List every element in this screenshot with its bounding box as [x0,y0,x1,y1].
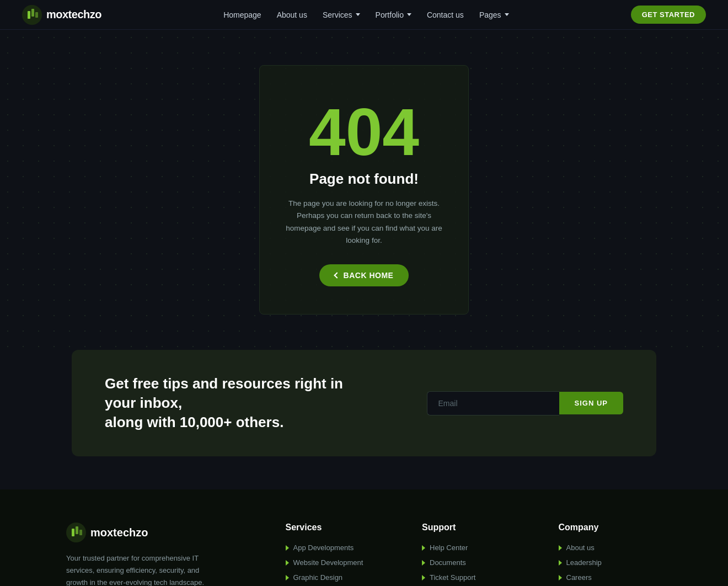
footer-support-heading: Support [422,523,526,532]
footer-company-column: Company About us Leadership [559,523,662,586]
chevron-down-icon [356,13,360,16]
list-item: Graphic Design [286,573,389,582]
footer-services-heading: Services [286,523,389,532]
logo-icon [22,5,42,25]
services-web-dev-link[interactable]: Website Development [286,558,389,567]
back-home-button[interactable]: BACK HOME [319,264,409,286]
newsletter-text: Get free tips and resources right in you… [105,374,370,432]
support-helpcenter-link[interactable]: Help Center [422,544,526,552]
nav-contact[interactable]: Contact us [427,10,464,19]
newsletter-heading: Get free tips and resources right in you… [105,374,370,432]
footer-services-list: App Developments Website Development Gra… [286,544,389,586]
nav-services[interactable]: Services [323,10,360,19]
svg-rect-7 [79,530,82,535]
footer-brand-name: moxtechzo [90,526,148,539]
chevron-right-icon [422,545,425,551]
list-item: Help Center [422,544,526,552]
main-nav: moxtechzo Homepage About us Services Por… [0,0,728,30]
svg-rect-6 [76,526,78,534]
email-input[interactable] [427,391,559,415]
nav-pages[interactable]: Pages [479,10,509,19]
footer-company-heading: Company [559,523,662,532]
error-code: 404 [282,99,446,165]
error-section: 404 Page not found! The page you are loo… [0,30,728,350]
chevron-right-icon [559,560,562,566]
chevron-right-icon [286,575,289,580]
chevron-right-icon [286,560,289,566]
svg-rect-3 [35,12,38,18]
footer-support-list: Help Center Documents Ticket Support [422,544,526,586]
svg-rect-2 [31,9,34,17]
chevron-right-icon [422,560,425,566]
support-documents-link[interactable]: Documents [422,558,526,567]
spacer [0,456,728,489]
company-leadership-link[interactable]: Leadership [559,558,662,567]
chevron-right-icon [559,545,562,551]
nav-about[interactable]: About us [277,10,307,19]
footer-services-column: Services App Developments Website Develo… [286,523,389,586]
support-ticket-link[interactable]: Ticket Support [422,573,526,582]
list-item: Documents [422,558,526,567]
error-card: 404 Page not found! The page you are loo… [259,65,469,315]
brand-logo[interactable]: moxtechzo [22,5,101,25]
chevron-right-icon [286,545,289,551]
footer-tagline: Your trusted partner for comprehensive I… [66,552,215,586]
footer-brand-column: moxtechzo Your trusted partner for compr… [66,523,253,586]
error-description: The page you are looking for no longer e… [282,198,446,247]
services-app-dev-link[interactable]: App Developments [286,544,389,552]
list-item: Ticket Support [422,573,526,582]
svg-rect-5 [72,529,74,536]
signup-button[interactable]: SIGN UP [559,392,623,414]
chevron-right-icon [559,575,562,580]
nav-portfolio[interactable]: Portfolio [376,10,411,19]
get-started-button[interactable]: GET STARTED [631,6,706,24]
footer-support-column: Support Help Center Documents [422,523,526,586]
brand-name: moxtechzo [46,8,101,21]
list-item: About us [559,544,662,552]
arrow-left-icon [334,272,340,278]
newsletter-section: Get free tips and resources right in you… [72,350,656,456]
nav-homepage[interactable]: Homepage [223,10,261,19]
svg-rect-1 [28,11,30,19]
footer-company-list: About us Leadership Careers [559,544,662,586]
footer-main: moxtechzo Your trusted partner for compr… [66,523,662,586]
list-item: Leadership [559,558,662,567]
footer-logo-icon [66,523,86,542]
footer-logo: moxtechzo [66,523,253,542]
list-item: Website Development [286,558,389,567]
list-item: Careers [559,573,662,582]
company-about-link[interactable]: About us [559,544,662,552]
nav-links: Homepage About us Services Portfolio Con… [223,10,508,19]
error-title: Page not found! [282,171,446,188]
newsletter-form: SIGN UP [427,391,623,415]
footer: moxtechzo Your trusted partner for compr… [0,489,728,586]
chevron-down-icon [407,13,411,16]
company-careers-link[interactable]: Careers [559,573,662,582]
chevron-right-icon [422,575,425,580]
list-item: App Developments [286,544,389,552]
chevron-down-icon [505,13,509,16]
services-graphic-link[interactable]: Graphic Design [286,573,389,582]
